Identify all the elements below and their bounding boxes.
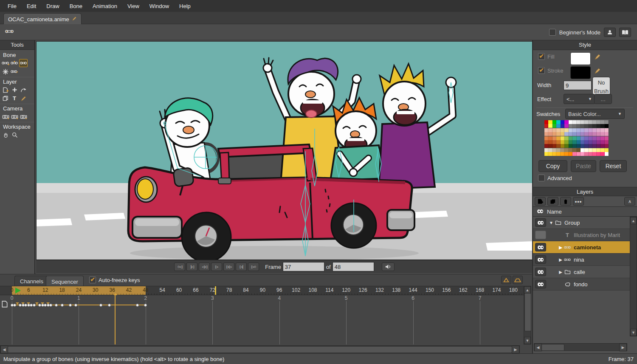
palette-swatch-3-0[interactable] (544, 132, 548, 136)
jump-end-button[interactable]: ▷○ (248, 262, 259, 271)
palette-swatch-4-5[interactable] (564, 136, 568, 140)
stroke-color-swatch[interactable] (570, 66, 591, 79)
timeline-track[interactable]: 01234567 (0, 295, 524, 344)
palette-swatch-1-11[interactable] (589, 124, 592, 128)
keyframe-dot-18[interactable] (61, 304, 64, 307)
layer-visibility-eyes-icon[interactable] (535, 268, 546, 276)
palette-swatch-1-8[interactable] (577, 124, 581, 128)
keyframe-dot-23[interactable] (74, 304, 77, 307)
palette-swatch-6-1[interactable] (548, 144, 552, 148)
flatten-keys-button[interactable] (513, 276, 523, 284)
palette-swatch-6-0[interactable] (544, 144, 548, 148)
palette-swatch-8-13[interactable] (597, 152, 600, 156)
select-layer-tool[interactable] (1, 86, 10, 94)
scroll-down-icon[interactable]: ▼ (524, 337, 531, 344)
rise-keys-button[interactable] (501, 276, 511, 284)
palette-swatch-5-11[interactable] (589, 140, 592, 144)
select-bone-tool[interactable] (1, 59, 10, 67)
palette-swatch-0-7[interactable] (572, 120, 576, 124)
palette-swatch-1-12[interactable] (592, 124, 596, 128)
layer-row-camioneta[interactable]: ▶camioneta (533, 241, 630, 254)
palette-swatch-5-4[interactable] (561, 140, 564, 144)
palette-swatch-2-2[interactable] (552, 128, 556, 132)
add-bone-tool[interactable] (10, 68, 19, 76)
palette-swatch-8-1[interactable] (548, 152, 552, 156)
manipulate-bones-tool[interactable] (19, 59, 28, 67)
effect-dropdown[interactable]: <...▼ (564, 94, 595, 104)
palette-swatch-5-15[interactable] (605, 140, 609, 144)
palette-swatch-5-7[interactable] (572, 140, 576, 144)
palette-swatch-6-6[interactable] (569, 144, 572, 148)
pan-tool[interactable] (1, 131, 10, 139)
palette-swatch-3-6[interactable] (569, 132, 572, 136)
scroll-down-icon[interactable]: ▼ (630, 329, 637, 336)
roll-camera-tool[interactable] (19, 113, 28, 121)
layer-hidden-box[interactable] (535, 231, 546, 239)
palette-swatch-8-0[interactable] (544, 152, 548, 156)
next-keyframe-button[interactable]: ▷| (236, 262, 247, 271)
speaker-icon[interactable] (382, 262, 395, 271)
palette-swatch-4-0[interactable] (544, 136, 548, 140)
palette-swatch-7-15[interactable] (605, 148, 609, 152)
palette-swatch-5-3[interactable] (556, 140, 560, 144)
bind-points-tool[interactable] (1, 68, 10, 76)
stroke-checkbox[interactable] (538, 67, 545, 74)
palette-swatch-8-7[interactable] (572, 152, 576, 156)
palette-swatch-7-7[interactable] (572, 148, 576, 152)
palette-swatch-0-4[interactable] (561, 120, 564, 124)
palette-swatch-3-13[interactable] (597, 132, 600, 136)
palette-swatch-3-10[interactable] (584, 132, 588, 136)
palette-swatch-0-13[interactable] (597, 120, 600, 124)
menu-animation[interactable]: Animation (87, 1, 122, 11)
layer-row-nina[interactable]: ▶nina (533, 254, 630, 266)
transform-layer-tool[interactable] (1, 94, 10, 102)
layer-visibility-eyes-icon[interactable] (535, 255, 546, 264)
effect-more-button[interactable]: ... (594, 94, 612, 104)
palette-swatch-5-12[interactable] (592, 140, 596, 144)
palette-swatch-2-9[interactable] (581, 128, 584, 132)
palette-swatch-5-1[interactable] (548, 140, 552, 144)
step-forward-button[interactable]: ▷▷ (223, 262, 234, 271)
palette-swatch-4-3[interactable] (556, 136, 560, 140)
palette-swatch-6-15[interactable] (605, 144, 609, 148)
palette-swatch-1-3[interactable] (556, 124, 560, 128)
palette-swatch-3-15[interactable] (605, 132, 609, 136)
palette-swatch-6-5[interactable] (564, 144, 568, 148)
new-layer-button[interactable] (535, 197, 546, 206)
palette-swatch-2-12[interactable] (592, 128, 596, 132)
palette-swatch-5-2[interactable] (552, 140, 556, 144)
palette-swatch-7-6[interactable] (569, 148, 572, 152)
palette-swatch-6-4[interactable] (561, 144, 564, 148)
palette-swatch-6-8[interactable] (577, 144, 581, 148)
palette-swatch-4-7[interactable] (572, 136, 576, 140)
palette-swatch-3-3[interactable] (556, 132, 560, 136)
palette-swatch-7-12[interactable] (592, 148, 596, 152)
palette-swatch-0-3[interactable] (556, 120, 560, 124)
palette-swatch-1-14[interactable] (600, 124, 604, 128)
copy-style-button[interactable]: Copy (538, 160, 567, 172)
menu-edit[interactable]: Edit (22, 1, 41, 11)
palette-swatch-0-15[interactable] (605, 120, 609, 124)
palette-swatch-3-5[interactable] (564, 132, 568, 136)
layer-expand-arrow[interactable]: ▶ (558, 257, 564, 262)
menu-file[interactable]: File (3, 1, 22, 11)
text-tool[interactable]: T (10, 94, 19, 102)
layer-row-calle[interactable]: ▶calle (533, 266, 630, 278)
palette-swatch-1-15[interactable] (605, 124, 609, 128)
palette-swatch-5-0[interactable] (544, 140, 548, 144)
keyframe-dot-1[interactable] (13, 304, 16, 307)
palette-swatch-1-7[interactable] (572, 124, 576, 128)
palette-swatch-2-1[interactable] (548, 128, 552, 132)
draw-tool[interactable] (19, 94, 28, 102)
palette-swatch-4-10[interactable] (584, 136, 588, 140)
canvas-workspace[interactable] (36, 41, 533, 260)
palette-swatch-0-14[interactable] (600, 120, 604, 124)
duplicate-layer-button[interactable] (547, 197, 558, 206)
palette-swatch-2-3[interactable] (556, 128, 560, 132)
palette-swatch-5-14[interactable] (600, 140, 604, 144)
palette-swatch-2-13[interactable] (597, 128, 600, 132)
palette-swatch-4-1[interactable] (548, 136, 552, 140)
palette-swatch-1-13[interactable] (597, 124, 600, 128)
curvature-tool[interactable] (19, 86, 28, 94)
menu-help[interactable]: Help (174, 1, 196, 11)
